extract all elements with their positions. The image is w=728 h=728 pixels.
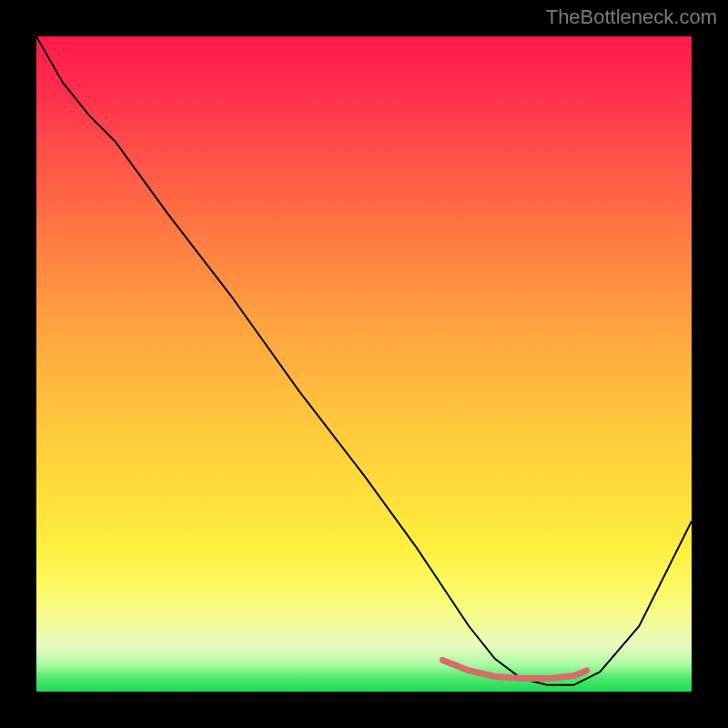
watermark-text: TheBottleneck.com	[546, 5, 717, 29]
optimal-range-highlight	[36, 36, 692, 692]
chart-plot-area	[36, 36, 692, 692]
